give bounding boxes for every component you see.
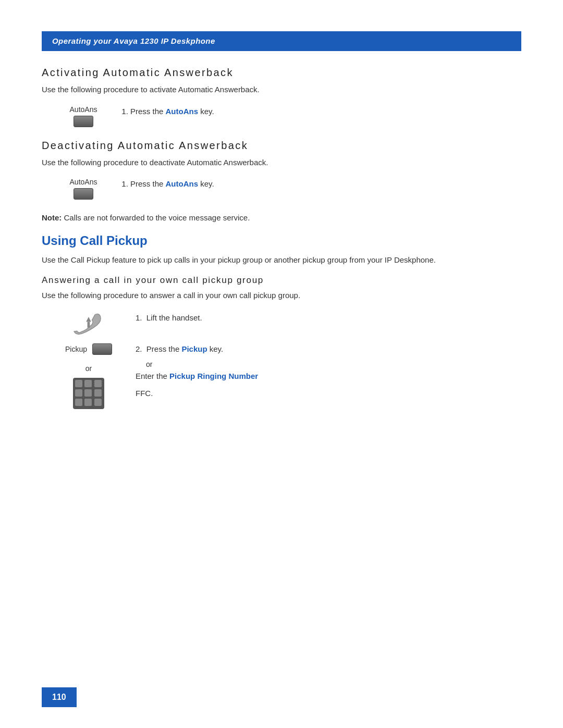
step1-number: 1.: [136, 313, 144, 322]
autoans-key-group-1: AutoAns: [63, 105, 104, 127]
deactivating-procedure-row: AutoAns Press the AutoAns key.: [63, 178, 521, 200]
using-call-pickup-body: Use the Call Pickup feature to pick up c…: [42, 254, 521, 266]
pickup-button: [92, 343, 112, 355]
page-container: Operating your Avaya 1230 IP Deskphone A…: [0, 0, 563, 728]
deactivating-step1: Press the AutoAns key.: [130, 178, 214, 190]
keypad-key-6: [94, 389, 102, 397]
pickup-key-row: Pickup or 2.: [63, 343, 521, 409]
activating-step1: Press the AutoAns key.: [130, 105, 214, 118]
pickup-key-group: Pickup: [65, 343, 112, 355]
step1-text: 1. Lift the handset.: [136, 312, 202, 324]
autoans-button-2: [74, 188, 93, 200]
step2-text: 2. Press the Pickup key.: [136, 343, 258, 355]
autoans-key-group-2: AutoAns: [63, 178, 104, 200]
page-number: 110: [42, 687, 77, 707]
using-call-pickup-title: Using Call Pickup: [42, 233, 521, 248]
keypad-key-5: [84, 389, 92, 397]
handset-icon: [68, 312, 109, 338]
using-call-pickup-section: Using Call Pickup Use the Call Pickup fe…: [42, 233, 521, 409]
keypad-key-1: [75, 380, 82, 387]
note-label: Note:: [42, 213, 62, 222]
activating-answerback-section: Activating Automatic Answerback Use the …: [42, 67, 521, 127]
keypad-key-2: [84, 380, 92, 387]
header-banner: Operating your Avaya 1230 IP Deskphone: [42, 31, 521, 51]
step1-col: 1. Lift the handset.: [136, 312, 202, 327]
header-banner-text: Operating your Avaya 1230 IP Deskphone: [52, 36, 215, 45]
autoans-button-1: [74, 116, 93, 127]
step2-col: 2. Press the Pickup key. or Enter the Pi…: [136, 343, 258, 403]
pickup-key-link: Pickup: [181, 344, 207, 353]
note-block: Note: Calls are not forwarded to the voi…: [42, 212, 521, 224]
keypad-key-7: [75, 399, 82, 406]
enter-pickup-text: Enter the Pickup Ringing Number: [136, 371, 258, 382]
pickup-key-label: Pickup: [65, 345, 87, 353]
or-label-1: or: [85, 364, 92, 373]
activating-answerback-body: Use the following procedure to activate …: [42, 84, 521, 96]
step2-number: 2.: [136, 344, 144, 353]
ffc-text: FFC.: [136, 388, 258, 400]
activating-answerback-title: Activating Automatic Answerback: [42, 67, 521, 79]
pickup-key-col: Pickup or: [63, 343, 115, 409]
activating-steps: Press the AutoAns key.: [120, 105, 214, 120]
activating-procedure-row: AutoAns Press the AutoAns key.: [63, 105, 521, 127]
pickup-ringing-number-link: Pickup Ringing Number: [169, 372, 258, 380]
svg-rect-1: [88, 322, 90, 327]
deactivating-answerback-body: Use the following procedure to deactivat…: [42, 157, 521, 169]
or-label-2: or: [146, 360, 258, 368]
answering-call-subsection-title: Answering a call in your own call pickup…: [42, 275, 521, 286]
keypad-key-9: [94, 399, 102, 406]
keypad-key-3: [94, 380, 102, 387]
autoans-label-1: AutoAns: [70, 105, 97, 114]
deactivating-answerback-section: Deactivating Automatic Answerback Use th…: [42, 140, 521, 200]
handset-icon-col: [63, 312, 115, 338]
deactivating-steps: Press the AutoAns key.: [120, 178, 214, 192]
keypad-key-8: [84, 399, 92, 406]
autoans-label-2: AutoAns: [70, 178, 97, 186]
answering-call-subsection-body: Use the following procedure to answer a …: [42, 290, 521, 302]
lift-handset-row: 1. Lift the handset.: [63, 312, 521, 338]
note-body: Calls are not forwarded to the voice mes…: [62, 213, 250, 222]
keypad-key-4: [75, 389, 82, 397]
deactivating-answerback-title: Deactivating Automatic Answerback: [42, 140, 521, 152]
keypad-icon: [73, 378, 104, 409]
svg-marker-0: [86, 317, 91, 322]
